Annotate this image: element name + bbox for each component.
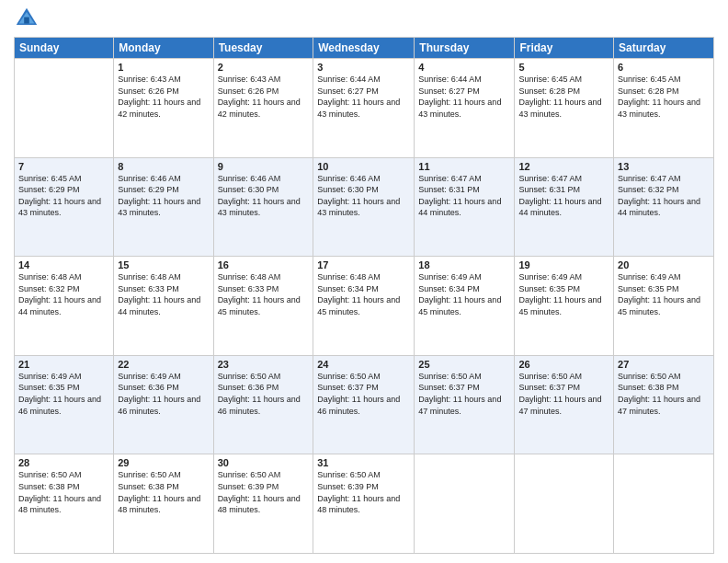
calendar-cell: 9Sunrise: 6:46 AM Sunset: 6:30 PM Daylig… — [213, 157, 313, 257]
calendar-cell: 18Sunrise: 6:49 AM Sunset: 6:34 PM Dayli… — [415, 257, 515, 356]
day-number: 18 — [418, 259, 510, 270]
day-info: Sunrise: 6:47 AM Sunset: 6:32 PM Dayligh… — [618, 173, 710, 219]
day-info: Sunrise: 6:50 AM Sunset: 6:37 PM Dayligh… — [418, 371, 510, 417]
calendar-week-row: 7Sunrise: 6:45 AM Sunset: 6:29 PM Daylig… — [15, 157, 714, 257]
day-info: Sunrise: 6:50 AM Sunset: 6:39 PM Dayligh… — [218, 469, 310, 515]
day-info: Sunrise: 6:49 AM Sunset: 6:35 PM Dayligh… — [518, 271, 609, 317]
day-number: 12 — [518, 161, 609, 172]
day-number: 13 — [618, 161, 710, 172]
day-info: Sunrise: 6:50 AM Sunset: 6:37 PM Dayligh… — [518, 371, 609, 417]
weekday-header: Monday — [114, 38, 213, 59]
calendar-cell: 6Sunrise: 6:45 AM Sunset: 6:28 PM Daylig… — [614, 59, 714, 158]
day-info: Sunrise: 6:44 AM Sunset: 6:27 PM Dayligh… — [418, 74, 510, 120]
calendar-cell: 12Sunrise: 6:47 AM Sunset: 6:31 PM Dayli… — [515, 157, 614, 257]
day-info: Sunrise: 6:50 AM Sunset: 6:38 PM Dayligh… — [118, 469, 209, 515]
day-info: Sunrise: 6:45 AM Sunset: 6:28 PM Dayligh… — [618, 74, 710, 120]
calendar-cell: 26Sunrise: 6:50 AM Sunset: 6:37 PM Dayli… — [515, 355, 614, 454]
logo-icon — [14, 6, 40, 31]
logo — [14, 9, 41, 31]
weekday-header: Thursday — [415, 38, 515, 59]
calendar-cell: 16Sunrise: 6:48 AM Sunset: 6:33 PM Dayli… — [213, 257, 313, 356]
day-info: Sunrise: 6:47 AM Sunset: 6:31 PM Dayligh… — [518, 173, 609, 219]
calendar-cell: 22Sunrise: 6:49 AM Sunset: 6:36 PM Dayli… — [114, 355, 213, 454]
calendar-cell: 20Sunrise: 6:49 AM Sunset: 6:35 PM Dayli… — [614, 257, 714, 356]
day-info: Sunrise: 6:46 AM Sunset: 6:30 PM Dayligh… — [317, 173, 410, 219]
header — [14, 9, 714, 31]
day-number: 24 — [317, 359, 410, 370]
calendar-cell: 17Sunrise: 6:48 AM Sunset: 6:34 PM Dayli… — [313, 257, 415, 356]
calendar-cell: 30Sunrise: 6:50 AM Sunset: 6:39 PM Dayli… — [213, 454, 313, 554]
page: SundayMondayTuesdayWednesdayThursdayFrid… — [0, 0, 728, 563]
day-info: Sunrise: 6:49 AM Sunset: 6:36 PM Dayligh… — [118, 371, 209, 417]
calendar-cell: 13Sunrise: 6:47 AM Sunset: 6:32 PM Dayli… — [614, 157, 714, 257]
day-number: 21 — [18, 359, 109, 370]
day-number: 28 — [18, 457, 109, 468]
day-info: Sunrise: 6:49 AM Sunset: 6:34 PM Dayligh… — [418, 271, 510, 317]
day-info: Sunrise: 6:45 AM Sunset: 6:28 PM Dayligh… — [518, 74, 609, 120]
day-number: 15 — [118, 259, 209, 270]
calendar-cell — [415, 454, 515, 554]
calendar-cell: 4Sunrise: 6:44 AM Sunset: 6:27 PM Daylig… — [415, 59, 515, 158]
day-info: Sunrise: 6:46 AM Sunset: 6:29 PM Dayligh… — [118, 173, 209, 219]
calendar-week-row: 21Sunrise: 6:49 AM Sunset: 6:35 PM Dayli… — [15, 355, 714, 454]
calendar: SundayMondayTuesdayWednesdayThursdayFrid… — [14, 37, 714, 554]
day-number: 23 — [218, 359, 310, 370]
day-number: 19 — [518, 259, 609, 270]
calendar-week-row: 1Sunrise: 6:43 AM Sunset: 6:26 PM Daylig… — [15, 59, 714, 158]
calendar-cell: 11Sunrise: 6:47 AM Sunset: 6:31 PM Dayli… — [415, 157, 515, 257]
day-number: 6 — [618, 62, 710, 73]
day-info: Sunrise: 6:43 AM Sunset: 6:26 PM Dayligh… — [218, 74, 310, 120]
day-number: 3 — [317, 62, 410, 73]
day-info: Sunrise: 6:47 AM Sunset: 6:31 PM Dayligh… — [418, 173, 510, 219]
calendar-week-row: 14Sunrise: 6:48 AM Sunset: 6:32 PM Dayli… — [15, 257, 714, 356]
weekday-header: Sunday — [15, 38, 114, 59]
day-number: 11 — [418, 161, 510, 172]
weekday-header: Saturday — [614, 38, 714, 59]
calendar-cell: 3Sunrise: 6:44 AM Sunset: 6:27 PM Daylig… — [313, 59, 415, 158]
calendar-cell: 5Sunrise: 6:45 AM Sunset: 6:28 PM Daylig… — [515, 59, 614, 158]
calendar-cell: 24Sunrise: 6:50 AM Sunset: 6:37 PM Dayli… — [313, 355, 415, 454]
day-info: Sunrise: 6:50 AM Sunset: 6:39 PM Dayligh… — [317, 469, 410, 515]
calendar-cell: 1Sunrise: 6:43 AM Sunset: 6:26 PM Daylig… — [114, 59, 213, 158]
weekday-header-row: SundayMondayTuesdayWednesdayThursdayFrid… — [15, 38, 714, 59]
calendar-cell — [15, 59, 114, 158]
day-info: Sunrise: 6:44 AM Sunset: 6:27 PM Dayligh… — [317, 74, 410, 120]
day-number: 27 — [618, 359, 710, 370]
day-info: Sunrise: 6:50 AM Sunset: 6:38 PM Dayligh… — [18, 469, 109, 515]
weekday-header: Friday — [515, 38, 614, 59]
calendar-cell — [515, 454, 614, 554]
day-number: 2 — [218, 62, 310, 73]
calendar-cell: 10Sunrise: 6:46 AM Sunset: 6:30 PM Dayli… — [313, 157, 415, 257]
day-info: Sunrise: 6:48 AM Sunset: 6:32 PM Dayligh… — [18, 271, 109, 317]
weekday-header: Wednesday — [313, 38, 415, 59]
weekday-header: Tuesday — [213, 38, 313, 59]
day-info: Sunrise: 6:50 AM Sunset: 6:38 PM Dayligh… — [618, 371, 710, 417]
day-number: 5 — [518, 62, 609, 73]
day-number: 25 — [418, 359, 510, 370]
day-number: 7 — [18, 161, 109, 172]
day-number: 26 — [518, 359, 609, 370]
day-number: 8 — [118, 161, 209, 172]
day-info: Sunrise: 6:48 AM Sunset: 6:33 PM Dayligh… — [118, 271, 209, 317]
day-number: 17 — [317, 259, 410, 270]
day-number: 31 — [317, 457, 410, 468]
calendar-cell: 7Sunrise: 6:45 AM Sunset: 6:29 PM Daylig… — [15, 157, 114, 257]
calendar-cell — [614, 454, 714, 554]
calendar-cell: 14Sunrise: 6:48 AM Sunset: 6:32 PM Dayli… — [15, 257, 114, 356]
calendar-cell: 31Sunrise: 6:50 AM Sunset: 6:39 PM Dayli… — [313, 454, 415, 554]
calendar-cell: 8Sunrise: 6:46 AM Sunset: 6:29 PM Daylig… — [114, 157, 213, 257]
day-info: Sunrise: 6:49 AM Sunset: 6:35 PM Dayligh… — [618, 271, 710, 317]
day-number: 16 — [218, 259, 310, 270]
day-info: Sunrise: 6:50 AM Sunset: 6:37 PM Dayligh… — [317, 371, 410, 417]
day-info: Sunrise: 6:48 AM Sunset: 6:34 PM Dayligh… — [317, 271, 410, 317]
calendar-cell: 25Sunrise: 6:50 AM Sunset: 6:37 PM Dayli… — [415, 355, 515, 454]
day-number: 4 — [418, 62, 510, 73]
calendar-cell: 28Sunrise: 6:50 AM Sunset: 6:38 PM Dayli… — [15, 454, 114, 554]
calendar-cell: 27Sunrise: 6:50 AM Sunset: 6:38 PM Dayli… — [614, 355, 714, 454]
calendar-cell: 2Sunrise: 6:43 AM Sunset: 6:26 PM Daylig… — [213, 59, 313, 158]
svg-rect-2 — [24, 17, 29, 24]
day-info: Sunrise: 6:46 AM Sunset: 6:30 PM Dayligh… — [218, 173, 310, 219]
calendar-week-row: 28Sunrise: 6:50 AM Sunset: 6:38 PM Dayli… — [15, 454, 714, 554]
day-number: 30 — [218, 457, 310, 468]
day-info: Sunrise: 6:50 AM Sunset: 6:36 PM Dayligh… — [218, 371, 310, 417]
